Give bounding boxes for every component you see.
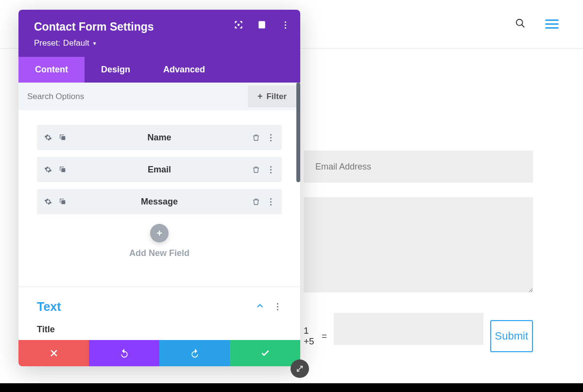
more-options-icon[interactable] xyxy=(281,20,290,29)
svg-rect-7 xyxy=(61,200,65,204)
search-options-input[interactable] xyxy=(18,84,248,109)
svg-point-0 xyxy=(516,19,523,25)
modal-header: Contact Form Settings Preset: Default ▼ xyxy=(18,10,300,57)
more-options-icon[interactable] xyxy=(266,133,275,142)
field-label: Message xyxy=(67,197,252,207)
trash-icon[interactable] xyxy=(252,165,260,174)
redo-button[interactable] xyxy=(159,340,230,366)
trash-icon[interactable] xyxy=(252,133,260,142)
more-options-icon[interactable] xyxy=(266,165,275,174)
captcha-input[interactable] xyxy=(334,313,483,345)
field-row-message[interactable]: Message xyxy=(37,189,282,214)
message-field[interactable] xyxy=(304,197,533,292)
chevron-up-icon[interactable] xyxy=(256,302,264,312)
modal-footer xyxy=(18,340,300,366)
hamburger-menu-icon[interactable] xyxy=(545,19,559,29)
tab-content[interactable]: Content xyxy=(18,57,85,83)
duplicate-icon[interactable] xyxy=(58,165,67,174)
footer-bar xyxy=(0,383,583,392)
add-field-group: + Add New Field xyxy=(37,224,282,258)
undo-button[interactable] xyxy=(89,340,159,366)
modal-body: +Filter Name Email xyxy=(18,83,300,340)
plus-icon: + xyxy=(257,91,263,102)
chevron-down-icon: ▼ xyxy=(92,41,97,46)
submit-button[interactable]: Submit xyxy=(490,320,533,352)
email-field[interactable] xyxy=(304,151,533,183)
expand-icon[interactable] xyxy=(234,20,243,29)
field-row-email[interactable]: Email xyxy=(37,157,282,182)
svg-rect-5 xyxy=(61,136,65,140)
gear-icon[interactable] xyxy=(44,133,52,142)
title-label: Title xyxy=(37,324,282,335)
field-label: Email xyxy=(67,165,252,175)
svg-point-2 xyxy=(238,24,240,26)
svg-rect-6 xyxy=(61,168,65,172)
tab-advanced[interactable]: Advanced xyxy=(147,57,222,83)
fields-panel: Name Email xyxy=(18,110,300,272)
text-section-header[interactable]: Text xyxy=(37,300,282,314)
filter-label: Filter xyxy=(266,92,287,102)
filter-button[interactable]: +Filter xyxy=(248,85,296,107)
add-field-label: Add New Field xyxy=(37,248,282,258)
add-field-button[interactable]: + xyxy=(150,224,169,242)
search-icon[interactable] xyxy=(515,18,526,31)
cancel-button[interactable] xyxy=(18,340,89,366)
preset-label-prefix: Preset: xyxy=(34,38,60,48)
save-button[interactable] xyxy=(230,340,300,366)
field-row-name[interactable]: Name xyxy=(37,125,282,150)
trash-icon[interactable] xyxy=(252,197,260,206)
tab-design[interactable]: Design xyxy=(85,57,147,83)
resize-handle-icon[interactable] xyxy=(291,359,309,378)
duplicate-icon[interactable] xyxy=(58,197,67,206)
more-options-icon[interactable] xyxy=(273,303,282,311)
captcha-question: 1 +5 xyxy=(304,325,315,347)
gear-icon[interactable] xyxy=(44,197,52,206)
header-controls xyxy=(234,20,290,29)
modal-tabs: Content Design Advanced xyxy=(18,57,300,83)
scrollbar[interactable] xyxy=(296,83,300,182)
preset-value: Default xyxy=(63,38,89,48)
duplicate-icon[interactable] xyxy=(58,133,67,142)
settings-modal: Contact Form Settings Preset: Default ▼ … xyxy=(18,10,300,366)
captcha-row: 1 +5 = Submit xyxy=(304,313,533,359)
text-section-title: Text xyxy=(37,300,61,314)
gear-icon[interactable] xyxy=(44,165,52,174)
svg-line-1 xyxy=(522,24,525,27)
captcha-equals: = xyxy=(322,331,327,341)
preset-dropdown[interactable]: Preset: Default ▼ xyxy=(34,38,97,48)
contact-form-preview: 1 +5 = Submit xyxy=(304,151,533,359)
search-row: +Filter xyxy=(18,83,300,110)
field-label: Name xyxy=(67,133,252,143)
text-section: Text Title xyxy=(18,287,300,340)
responsive-icon[interactable] xyxy=(257,20,266,29)
more-options-icon[interactable] xyxy=(266,197,275,206)
